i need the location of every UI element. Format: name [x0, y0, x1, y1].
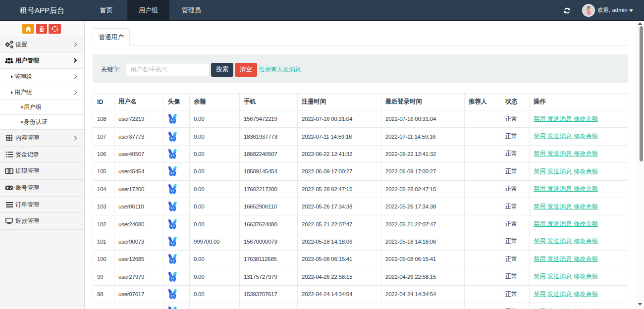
svg-text:0: 0	[8, 169, 10, 173]
